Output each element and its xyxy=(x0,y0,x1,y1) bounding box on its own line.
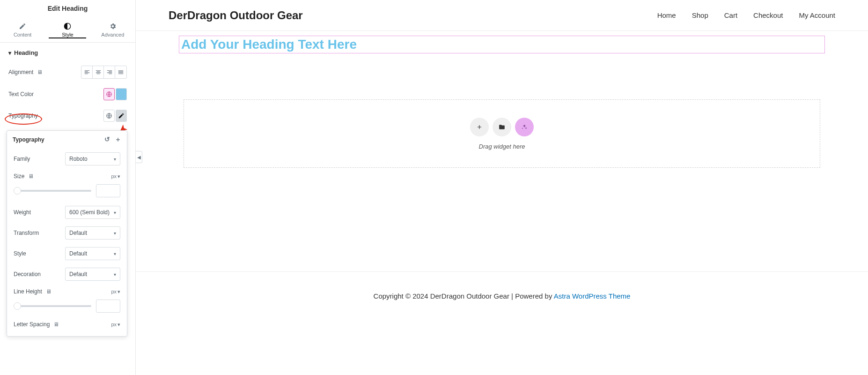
add-button[interactable]: ＋ xyxy=(115,135,121,144)
panel-title: Edit Heading xyxy=(0,0,135,18)
nav-cart[interactable]: Cart xyxy=(724,11,737,19)
chevron-down-icon: ▾ xyxy=(118,322,120,328)
tab-style[interactable]: Style xyxy=(45,18,90,42)
gear-icon xyxy=(109,22,117,30)
pencil-icon xyxy=(118,112,125,119)
tab-content-label: Content xyxy=(14,32,32,38)
chevron-down-icon: ▾ xyxy=(114,157,116,162)
weight-value: 600 (Semi Bold) xyxy=(69,209,110,216)
tab-style-label: Style xyxy=(62,32,73,38)
align-right-button[interactable] xyxy=(104,66,115,78)
weight-select[interactable]: 600 (Semi Bold) ▾ xyxy=(65,206,120,219)
nav-account[interactable]: My Account xyxy=(799,11,835,19)
letter-spacing-label: Letter Spacing xyxy=(14,321,50,328)
editor-tabs: Content Style Advanced xyxy=(0,18,135,43)
nav-shop[interactable]: Shop xyxy=(692,11,708,19)
device-icon[interactable]: 🖥 xyxy=(46,288,51,295)
align-center-button[interactable] xyxy=(93,66,104,78)
transform-label: Transform xyxy=(14,230,39,236)
size-label: Size xyxy=(14,173,24,180)
folder-icon xyxy=(499,124,505,130)
text-color-label: Text Color xyxy=(8,91,34,98)
heading-text[interactable]: Add Your Heading Text Here xyxy=(181,37,823,52)
chevron-down-icon: ▾ xyxy=(114,272,116,277)
ai-button[interactable] xyxy=(515,118,534,136)
control-alignment: Alignment 🖥 xyxy=(0,61,135,83)
chevron-down-icon: ▾ xyxy=(118,173,120,180)
template-library-button[interactable] xyxy=(493,118,511,136)
contrast-icon xyxy=(64,22,71,30)
chevron-down-icon: ▾ xyxy=(114,231,116,236)
section-heading-label: Heading xyxy=(14,49,38,56)
globe-icon xyxy=(106,112,112,119)
size-input[interactable] xyxy=(96,184,120,197)
decoration-label: Decoration xyxy=(14,271,41,278)
family-label: Family xyxy=(14,156,30,162)
nav-home[interactable]: Home xyxy=(657,11,676,19)
line-height-input[interactable] xyxy=(96,300,120,313)
widget-dropzone[interactable]: Drag widget here xyxy=(184,99,820,168)
footer-separator xyxy=(136,271,868,272)
sidebar-collapse-handle[interactable]: ◀ xyxy=(136,151,142,163)
style-select[interactable]: Default ▾ xyxy=(65,247,120,260)
device-icon[interactable]: 🖥 xyxy=(28,173,34,180)
align-left-button[interactable] xyxy=(81,66,93,78)
add-widget-button[interactable] xyxy=(470,118,489,136)
typography-popover: Typography ↺ ＋ Family Roboto ▾ Size 🖥 px… xyxy=(7,130,127,337)
control-text-color: Text Color xyxy=(0,83,135,105)
slider-thumb[interactable] xyxy=(14,302,21,310)
caret-down-icon: ▾ xyxy=(8,50,11,56)
decoration-value: Default xyxy=(69,271,87,278)
preview-canvas: DerDragon Outdoor Gear Home Shop Cart Ch… xyxy=(136,0,868,375)
style-value: Default xyxy=(69,250,87,257)
device-icon[interactable]: 🖥 xyxy=(37,69,43,75)
alignment-buttons xyxy=(81,66,127,79)
section-heading-toggle[interactable]: ▾ Heading xyxy=(0,43,135,61)
dropzone-actions xyxy=(470,118,534,136)
typography-global-toggle[interactable] xyxy=(103,110,115,122)
transform-select[interactable]: Default ▾ xyxy=(65,226,120,240)
plus-icon xyxy=(476,124,483,130)
sparkle-icon xyxy=(521,124,528,130)
letter-spacing-unit-select[interactable]: px ▾ xyxy=(111,322,120,328)
size-slider[interactable] xyxy=(14,190,91,192)
footer-text: Copyright © 2024 DerDragon Outdoor Gear … xyxy=(374,292,554,300)
line-height-unit-select[interactable]: px ▾ xyxy=(111,289,120,295)
typography-edit-button[interactable] xyxy=(116,110,127,122)
typography-label: Typography xyxy=(8,112,38,119)
tab-advanced[interactable]: Advanced xyxy=(90,18,135,42)
family-select[interactable]: Roboto ▾ xyxy=(65,152,120,165)
chevron-down-icon: ▾ xyxy=(114,210,116,215)
primary-nav: Home Shop Cart Checkout My Account xyxy=(657,11,835,19)
reset-button[interactable]: ↺ xyxy=(104,135,110,144)
line-height-slider[interactable] xyxy=(14,305,91,307)
weight-label: Weight xyxy=(14,209,31,216)
tab-advanced-label: Advanced xyxy=(101,32,124,38)
size-unit-select[interactable]: px ▾ xyxy=(111,173,120,180)
site-title: DerDragon Outdoor Gear xyxy=(169,9,303,22)
footer-theme-link[interactable]: Astra WordPress Theme xyxy=(554,292,631,300)
nav-checkout[interactable]: Checkout xyxy=(753,11,783,19)
decoration-select[interactable]: Default ▾ xyxy=(65,268,120,281)
line-height-label: Line Height xyxy=(14,288,42,295)
align-justify-button[interactable] xyxy=(115,66,126,78)
global-color-toggle[interactable] xyxy=(103,88,115,100)
site-header: DerDragon Outdoor Gear Home Shop Cart Ch… xyxy=(136,0,868,31)
chevron-down-icon: ▾ xyxy=(114,251,116,256)
family-value: Roboto xyxy=(69,156,88,162)
tab-content[interactable]: Content xyxy=(0,18,45,42)
chevron-down-icon: ▾ xyxy=(118,289,120,295)
slider-thumb[interactable] xyxy=(14,187,21,195)
text-color-swatch[interactable] xyxy=(116,88,127,100)
transform-value: Default xyxy=(69,230,87,236)
globe-icon xyxy=(106,91,112,98)
heading-widget[interactable]: Add Your Heading Text Here xyxy=(179,36,825,53)
control-typography: Typography xyxy=(0,105,135,127)
alignment-label: Alignment xyxy=(8,69,33,75)
device-icon[interactable]: 🖥 xyxy=(53,321,59,328)
popover-title: Typography xyxy=(13,136,44,143)
pencil-icon xyxy=(19,22,26,30)
site-footer: Copyright © 2024 DerDragon Outdoor Gear … xyxy=(136,292,868,300)
style-label: Style xyxy=(14,250,26,257)
dropzone-hint: Drag widget here xyxy=(479,143,525,150)
